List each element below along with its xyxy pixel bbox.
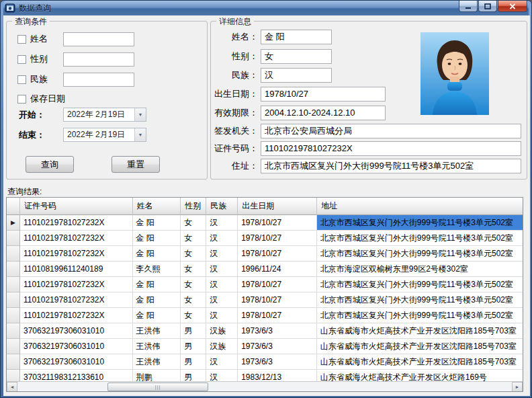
cell-ethnicity[interactable]: 汉 (206, 277, 238, 292)
table-row[interactable]: 370632197306031010王洪伟男汉族1973/6/3山东省威海市火炬… (7, 339, 523, 354)
column-header-name[interactable]: 姓名 (133, 198, 181, 215)
column-header-id[interactable]: 证件号码 (20, 198, 133, 215)
save-date-checkbox[interactable] (17, 95, 26, 104)
column-header-birthdate[interactable]: 出生日期 (238, 198, 317, 215)
cell-address[interactable]: 山东省威海市火炬高技术产业开发区沈阳路185号703室 (317, 354, 523, 370)
cell-gender[interactable]: 男 (181, 339, 206, 354)
cell-id[interactable]: 110108199611240189 (20, 262, 133, 277)
chevron-down-icon[interactable]: ▼ (134, 128, 146, 141)
cell-address[interactable]: 山东省威海市火炬高技术产业开发区沈阳路185号703室 (317, 339, 523, 354)
cell-id[interactable]: 11010219781027232X (20, 292, 133, 308)
cell-ethnicity[interactable]: 汉 (206, 262, 238, 277)
close-button[interactable] (498, 1, 527, 12)
cell-ethnicity[interactable]: 汉族 (206, 323, 238, 339)
cell-birthdate[interactable]: 1978/10/27 (238, 292, 317, 308)
table-row[interactable]: 11010219781027232X金 阳女汉1978/10/27北京市西城区复… (7, 308, 523, 323)
chevron-down-icon[interactable]: ▼ (134, 108, 146, 121)
column-header-address[interactable]: 地址 (317, 198, 523, 215)
cell-ethnicity[interactable]: 汉 (206, 292, 238, 308)
cell-birthdate[interactable]: 1996/11/24 (238, 262, 317, 277)
cell-address[interactable]: 北京市西城区复兴门外大街999号院11号楼3单元502室 (317, 277, 523, 292)
horizontal-scrollbar[interactable]: ◄ ||| ► (7, 381, 523, 391)
cell-name[interactable]: 金 阳 (133, 308, 181, 323)
row-selector[interactable] (7, 231, 20, 246)
cell-gender[interactable]: 女 (181, 292, 206, 308)
name-filter-input[interactable] (63, 32, 134, 46)
cell-name[interactable]: 金 阳 (133, 231, 181, 246)
cell-name[interactable]: 李久熙 (133, 262, 181, 277)
cell-name[interactable]: 金 阳 (133, 246, 181, 262)
cell-ethnicity[interactable]: 汉 (206, 354, 238, 370)
cell-address[interactable]: 北京市西城区复兴门外大街999号院11号楼3单元502室 (317, 231, 523, 246)
cell-birthdate[interactable]: 1973/6/3 (238, 354, 317, 370)
cell-id[interactable]: 370632197306031010 (20, 354, 133, 370)
cell-gender[interactable]: 女 (181, 231, 206, 246)
cell-ethnicity[interactable]: 汉 (206, 308, 238, 323)
cell-gender[interactable]: 女 (181, 277, 206, 292)
column-header-ethnicity[interactable]: 民族 (206, 198, 238, 215)
table-row[interactable]: 11010219781027232X金 阳女汉1978/10/27北京市西城区复… (7, 292, 523, 308)
cell-id[interactable]: 11010219781027232X (20, 231, 133, 246)
cell-id[interactable]: 11010219781027232X (20, 246, 133, 262)
minimize-button[interactable] (459, 1, 478, 12)
cell-birthdate[interactable]: 1978/10/27 (238, 277, 317, 292)
row-selector[interactable]: ▶ (7, 215, 20, 231)
scrollbar-thumb[interactable]: ||| (107, 383, 208, 391)
detail-ethnicity-field[interactable]: 汉 (261, 68, 332, 83)
cell-gender[interactable]: 女 (181, 262, 206, 277)
cell-birthdate[interactable]: 1973/6/3 (238, 323, 317, 339)
cell-birthdate[interactable]: 1978/10/27 (238, 215, 317, 231)
cell-id[interactable]: 11010219781027232X (20, 308, 133, 323)
detail-name-field[interactable]: 金 阳 (261, 30, 332, 44)
cell-gender[interactable]: 男 (181, 323, 206, 339)
maximize-button[interactable] (478, 1, 497, 12)
row-selector[interactable] (7, 292, 20, 308)
name-checkbox[interactable] (17, 35, 26, 44)
row-selector[interactable] (7, 323, 20, 339)
cell-address[interactable]: 山东省威海市火炬高技术产业开发区沈阳路185号703室 (317, 323, 523, 339)
cell-gender[interactable]: 女 (181, 215, 206, 231)
scroll-left-icon[interactable]: ◄ (7, 382, 17, 392)
cell-birthdate[interactable]: 1978/10/27 (238, 231, 317, 246)
table-row[interactable]: 11010219781027232X金 阳女汉1978/10/27北京市西城区复… (7, 277, 523, 292)
cell-ethnicity[interactable]: 汉 (206, 231, 238, 246)
table-row[interactable]: 110108199611240189李久熙女汉1996/11/24北京市海淀区双… (7, 262, 523, 277)
detail-validity-field[interactable]: 2004.12.10-2024.12.10 (261, 106, 386, 120)
reset-button[interactable]: 重置 (112, 156, 160, 173)
row-selector[interactable] (7, 354, 20, 370)
column-header-gender[interactable]: 性别 (181, 198, 206, 215)
cell-name[interactable]: 王洪伟 (133, 323, 181, 339)
cell-id[interactable]: 370632197306031010 (20, 339, 133, 354)
detail-idnumber-field[interactable]: 11010219781027232X (261, 141, 521, 156)
cell-name[interactable]: 王洪伟 (133, 354, 181, 370)
detail-birthdate-field[interactable]: 1978/10/27 (261, 87, 386, 102)
cell-name[interactable]: 金 阳 (133, 292, 181, 308)
cell-ethnicity[interactable]: 汉 (206, 246, 238, 262)
selector-header[interactable] (7, 198, 20, 215)
detail-address-field[interactable]: 北京市西城区复兴门外大街999号院11号楼3单元502室 (261, 159, 521, 173)
cell-birthdate[interactable]: 1978/10/27 (238, 308, 317, 323)
row-selector[interactable] (7, 339, 20, 354)
cell-id[interactable]: 370632197306031010 (20, 323, 133, 339)
start-date-picker[interactable]: 2022年 2月19日 ▼ (63, 108, 146, 122)
cell-gender[interactable]: 女 (181, 246, 206, 262)
end-date-picker[interactable]: 2022年 2月19日 ▼ (63, 128, 146, 142)
cell-gender[interactable]: 男 (181, 354, 206, 370)
table-row[interactable]: 11010219781027232X金 阳女汉1978/10/27北京市西城区复… (7, 246, 523, 262)
cell-id[interactable]: 11010219781027232X (20, 215, 133, 231)
cell-address[interactable]: 北京市海淀区双榆树东里99区2号楼302室 (317, 262, 523, 277)
detail-authority-field[interactable]: 北京市公安局西城分局 (261, 124, 521, 138)
scroll-right-icon[interactable]: ► (512, 382, 523, 392)
cell-name[interactable]: 金 阳 (133, 277, 181, 292)
row-selector[interactable] (7, 246, 20, 262)
cell-address[interactable]: 北京市西城区复兴门外大街999号院11号楼3单元502室 (317, 215, 523, 231)
query-button[interactable]: 查询 (26, 156, 74, 173)
row-selector[interactable] (7, 308, 20, 323)
cell-address[interactable]: 北京市西城区复兴门外大街999号院11号楼3单元502室 (317, 246, 523, 262)
detail-gender-field[interactable]: 女 (261, 49, 332, 64)
cell-gender[interactable]: 女 (181, 308, 206, 323)
cell-name[interactable]: 王洪伟 (133, 339, 181, 354)
cell-birthdate[interactable]: 1973/6/3 (238, 339, 317, 354)
row-selector[interactable] (7, 262, 20, 277)
cell-birthdate[interactable]: 1978/10/27 (238, 246, 317, 262)
